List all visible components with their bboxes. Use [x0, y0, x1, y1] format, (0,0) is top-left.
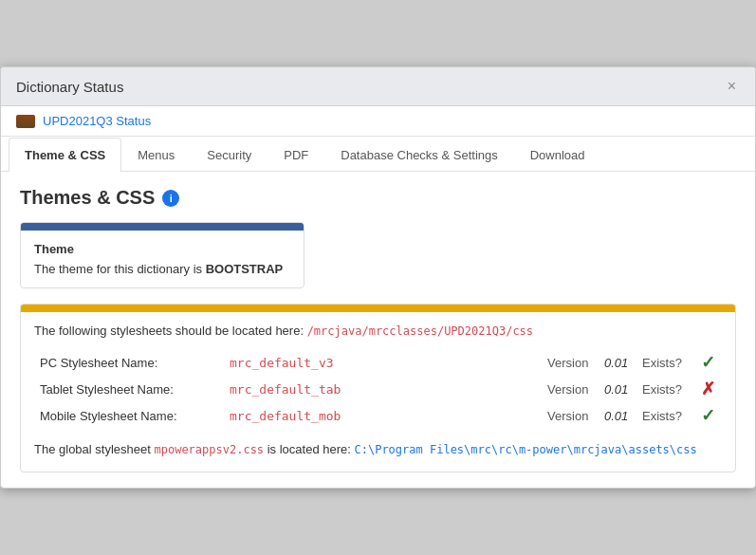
status-icon — [16, 115, 35, 128]
pc-stylesheet-value: mrc_default_v3 — [224, 349, 542, 376]
mobile-stylesheet-value: mrc_default_mob — [224, 402, 542, 429]
tab-db-checks[interactable]: Database Checks & Settings — [324, 138, 513, 172]
close-button[interactable]: × — [724, 77, 740, 96]
global-prefix: The global stylesheet — [34, 442, 151, 456]
stylesheet-table: PC Stylesheet Name: mrc_default_v3 Versi… — [34, 349, 722, 429]
dialog-title: Dictionary Status — [16, 79, 123, 95]
mobile-version-label: Version — [542, 402, 599, 429]
css-card-body: The following stylesheets should be loca… — [21, 312, 735, 472]
tab-pdf[interactable]: PDF — [267, 138, 324, 172]
css-card: The following stylesheets should be loca… — [20, 304, 736, 472]
css-card-header-bar — [21, 305, 735, 312]
tablet-stylesheet-value: mrc_default_tab — [224, 376, 542, 402]
tablet-version-label: Version — [542, 376, 599, 402]
global-file: mpowerappsv2.css — [154, 443, 264, 456]
pc-version-num: 0.01 — [599, 349, 636, 376]
theme-card-body: Theme The theme for this dictionary is B… — [21, 231, 304, 287]
info-icon[interactable]: i — [162, 190, 179, 207]
theme-name: BOOTSTRAP — [206, 262, 284, 276]
dialog-header: Dictionary Status × — [1, 67, 755, 106]
css-path-row: The following stylesheets should be loca… — [34, 324, 722, 338]
global-stylesheet-row: The global stylesheet mpowerappsv2.css i… — [34, 440, 722, 460]
tab-download[interactable]: Download — [514, 138, 601, 172]
mobile-exists-check: ✓ — [693, 402, 722, 429]
pc-stylesheet-label: PC Stylesheet Name: — [34, 349, 224, 376]
tabs-bar: Theme & CSS Menus Security PDF Database … — [1, 137, 755, 172]
theme-label: Theme — [34, 242, 290, 256]
tab-security[interactable]: Security — [191, 138, 267, 172]
global-located: is located here: — [267, 442, 351, 456]
status-link[interactable]: UPD2021Q3 Status — [43, 114, 151, 128]
css-path-value: /mrcjava/mrcclasses/UPD2021Q3/css — [307, 324, 533, 338]
tablet-exists-check: ✗ — [693, 376, 722, 402]
checkmark-yes-icon: ✓ — [701, 406, 715, 425]
tablet-version-num: 0.01 — [599, 376, 636, 402]
tab-menus[interactable]: Menus — [121, 138, 191, 172]
theme-card: Theme The theme for this dictionary is B… — [20, 222, 304, 288]
mobile-exists-label: Exists? — [636, 402, 693, 429]
status-bar: UPD2021Q3 Status — [1, 106, 755, 137]
pc-version-label: Version — [542, 349, 599, 376]
checkmark-yes-icon: ✓ — [701, 353, 715, 372]
mobile-stylesheet-label: Mobile Stylesheet Name: — [34, 402, 224, 429]
css-path-prefix: The following stylesheets should be loca… — [34, 324, 304, 338]
mobile-version-num: 0.01 — [599, 402, 636, 429]
theme-value: The theme for this dictionary is BOOTSTR… — [34, 262, 290, 276]
table-row: Tablet Stylesheet Name: mrc_default_tab … — [34, 376, 722, 402]
table-row: Mobile Stylesheet Name: mrc_default_mob … — [34, 402, 722, 429]
theme-description-prefix: The theme for this dictionary is — [34, 262, 206, 276]
tab-content: Themes & CSS i Theme The theme for this … — [1, 172, 755, 488]
theme-card-header-bar — [21, 223, 304, 231]
tab-theme-css[interactable]: Theme & CSS — [9, 138, 121, 172]
table-row: PC Stylesheet Name: mrc_default_v3 Versi… — [34, 349, 722, 376]
pc-exists-check: ✓ — [693, 349, 722, 376]
dictionary-status-dialog: Dictionary Status × UPD2021Q3 Status The… — [0, 66, 756, 489]
section-heading: Themes & CSS i — [20, 187, 736, 209]
global-path: C:\Program Files\mrc\rc\m-power\mrcjava\… — [355, 443, 697, 456]
tablet-exists-label: Exists? — [636, 376, 693, 402]
tablet-stylesheet-label: Tablet Stylesheet Name: — [34, 376, 224, 402]
checkmark-no-icon: ✗ — [701, 379, 715, 398]
themes-css-title: Themes & CSS — [20, 187, 155, 209]
pc-exists-label: Exists? — [636, 349, 693, 376]
